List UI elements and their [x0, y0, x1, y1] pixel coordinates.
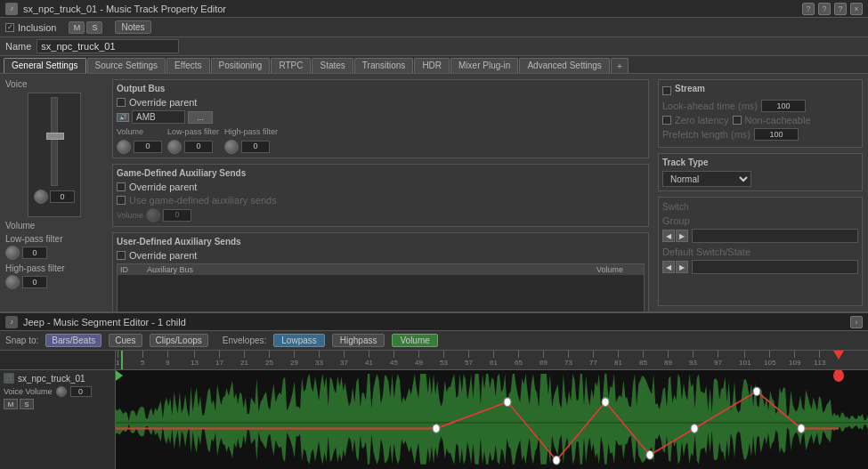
- stream-checkbox[interactable]: [662, 86, 671, 95]
- output-volume-input[interactable]: 0: [134, 141, 162, 153]
- stream-section: Stream Look-ahead time (ms) Zero latency…: [658, 79, 863, 148]
- voice-volume-knob[interactable]: [34, 190, 48, 204]
- group-next-btn[interactable]: ▶: [676, 230, 688, 242]
- aux-vol-header: Volume: [596, 265, 641, 274]
- output-bus-title: Output Bus: [117, 84, 645, 93]
- output-bus-section: Output Bus Override parent 🔊 AMB ... Vol…: [112, 79, 649, 158]
- env-volume-btn[interactable]: Volume: [392, 334, 437, 347]
- track-type-dropdown[interactable]: Normal Random Step Sequence Step Switch: [662, 171, 751, 187]
- track-left-header: [0, 351, 115, 370]
- ruler-marker: 49: [415, 351, 423, 369]
- tab-rtpc[interactable]: RTPC: [271, 58, 311, 73]
- voice-vol-knob[interactable]: [56, 386, 67, 397]
- env-highpass-btn[interactable]: Highpass: [332, 334, 385, 347]
- playhead[interactable]: [121, 351, 123, 369]
- group-prev-btn[interactable]: ◀: [662, 230, 675, 242]
- ruler-marker: 101: [739, 351, 750, 369]
- bus-btn[interactable]: ...: [188, 111, 213, 124]
- help3-button[interactable]: ?: [834, 3, 847, 15]
- track-s-btn[interactable]: S: [20, 399, 34, 409]
- tab-positioning[interactable]: Positioning: [211, 58, 271, 73]
- tab-states[interactable]: States: [312, 58, 353, 73]
- seg-close-btn[interactable]: ›: [850, 316, 863, 328]
- tab-advanced-settings[interactable]: Advanced Settings: [519, 58, 609, 73]
- tab-transitions[interactable]: Transitions: [354, 58, 414, 73]
- output-highpass-input[interactable]: 0: [241, 141, 270, 153]
- use-game-checkbox[interactable]: [117, 196, 126, 205]
- close-button[interactable]: ×: [850, 3, 863, 15]
- voice-vol-value: 0: [70, 386, 92, 397]
- switch-section: Switch Group ◀ ▶ Default Switch/State: [658, 197, 863, 306]
- game-def-override-checkbox[interactable]: [117, 182, 126, 191]
- right-panel: Stream Look-ahead time (ms) Zero latency…: [658, 79, 863, 306]
- s-button[interactable]: S: [86, 21, 102, 34]
- output-lowpass-input[interactable]: 0: [184, 141, 213, 153]
- group-input-row: ◀ ▶: [662, 229, 858, 243]
- tab-mixer-plugin[interactable]: Mixer Plug-in: [450, 58, 518, 73]
- help2-button[interactable]: ?: [818, 3, 831, 15]
- default-input-row: ◀ ▶: [662, 260, 858, 274]
- default-input[interactable]: [692, 260, 858, 274]
- tab-effects[interactable]: Effects: [166, 58, 209, 73]
- prefetch-input[interactable]: [754, 128, 799, 141]
- snap-cues[interactable]: Cues: [109, 334, 142, 347]
- ruler-marker: 29: [290, 351, 298, 369]
- prefetch-label: Prefetch length (ms): [662, 129, 750, 140]
- tab-source-settings[interactable]: Source Settings: [87, 58, 166, 73]
- highpass-knob[interactable]: [5, 275, 20, 289]
- group-label: Group: [662, 215, 690, 226]
- track-m-btn[interactable]: M: [4, 399, 18, 409]
- content-area: Voice 0 Volume Low-pass filter 0 Hig: [0, 74, 868, 311]
- snap-bars-beats[interactable]: Bars/Beats: [45, 334, 101, 347]
- waveform-container[interactable]: ax_npc_truck_01: [116, 370, 868, 469]
- inclusion-checkbox[interactable]: [5, 23, 14, 32]
- prop-header: Inclusion M S Notes: [0, 18, 868, 37]
- output-volume-knob[interactable]: [117, 140, 131, 154]
- snap-clips-loops[interactable]: Clips/Loops: [150, 334, 208, 347]
- svg-point-3: [504, 398, 511, 407]
- ruler-marker: 113: [814, 351, 825, 369]
- end-marker[interactable]: [833, 351, 844, 360]
- tab-hdr[interactable]: HDR: [414, 58, 450, 73]
- user-def-override-checkbox[interactable]: [117, 251, 126, 260]
- group-input[interactable]: [692, 229, 858, 243]
- default-next-btn[interactable]: ▶: [676, 261, 688, 273]
- game-def-override-label: Override parent: [129, 182, 197, 192]
- env-lowpass-btn[interactable]: Lowpass: [273, 334, 324, 347]
- lowpass-knob[interactable]: [5, 246, 20, 260]
- default-switch-label: Default Switch/State: [662, 247, 750, 257]
- seg-title-text: Jeep - Music Segment Editor - 1 child: [23, 317, 186, 327]
- voice-slider-track[interactable]: [51, 97, 58, 186]
- help-button[interactable]: ?: [802, 3, 815, 15]
- output-highpass-knob[interactable]: [224, 140, 239, 154]
- voice-volume-value: 0: [50, 190, 75, 203]
- default-prev-btn[interactable]: ◀: [662, 261, 675, 273]
- notes-button[interactable]: Notes: [115, 20, 150, 34]
- ms-buttons: M S: [69, 21, 102, 34]
- svg-point-4: [553, 456, 560, 465]
- lookahead-row: Look-ahead time (ms): [662, 100, 858, 112]
- lookahead-input[interactable]: [761, 100, 806, 112]
- output-lowpass-knob[interactable]: [167, 140, 182, 154]
- ruler-marker: 89: [664, 351, 672, 369]
- lowpass-filter-section: Low-pass filter 0: [5, 234, 103, 260]
- zero-latency-checkbox: [662, 116, 671, 125]
- ruler: 1591317212529333741454953576165697377818…: [116, 351, 868, 370]
- inclusion-label: Inclusion: [18, 22, 56, 33]
- track-name-row: 🎵 sx_npc_truck_01: [4, 373, 111, 384]
- envelope-label: Envelopes:: [223, 336, 266, 345]
- stream-header-row: Stream: [662, 84, 858, 97]
- aux-id-header: ID: [120, 265, 147, 274]
- track-ms-row: M S: [4, 399, 111, 409]
- user-def-override-label: Override parent: [129, 250, 197, 261]
- m-button[interactable]: M: [69, 21, 85, 34]
- inclusion-section: Inclusion: [5, 22, 56, 33]
- voice-slider-thumb[interactable]: [46, 133, 64, 140]
- user-def-title: User-Defined Auxiliary Sends: [117, 237, 645, 247]
- waveform-svg: [116, 370, 868, 469]
- aux-table-header: ID Auxiliary Bus Volume: [118, 264, 644, 275]
- tab-add[interactable]: +: [611, 58, 629, 73]
- output-bus-override-checkbox[interactable]: [117, 98, 126, 107]
- tab-general-settings[interactable]: General Settings: [4, 58, 86, 73]
- name-input[interactable]: [37, 39, 179, 53]
